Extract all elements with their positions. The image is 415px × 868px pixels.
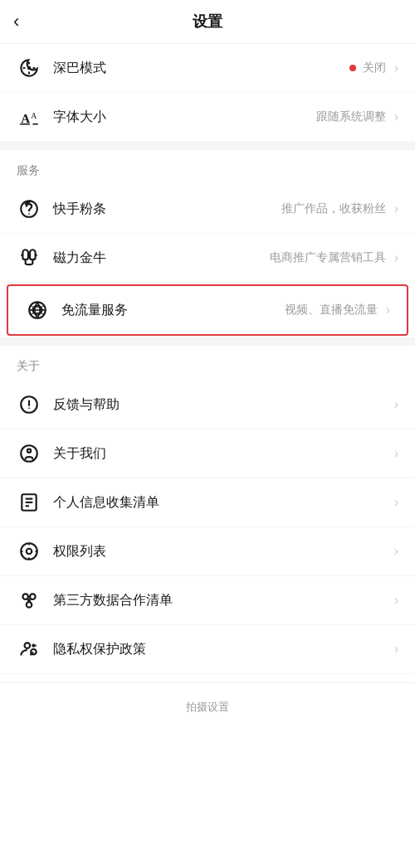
divider-1 [0, 142, 415, 150]
fentiao-icon [17, 196, 42, 221]
permissions-icon [17, 539, 42, 564]
font-size-icon: A A [17, 104, 42, 129]
third-party-item[interactable]: 第三方数据合作清单 › [0, 576, 415, 625]
svg-point-15 [27, 449, 31, 453]
font-size-item[interactable]: A A 字体大小 跟随系统调整 › [0, 93, 415, 142]
chevron-icon: › [394, 544, 398, 559]
svg-point-27 [30, 594, 36, 599]
chevron-icon: › [394, 250, 398, 265]
free-traffic-icon [25, 298, 50, 322]
about-us-value: › [389, 446, 398, 461]
chevron-icon: › [394, 109, 398, 124]
page-title: 设置 [193, 12, 222, 32]
feedback-content: 反馈与帮助 › [53, 396, 398, 414]
privacy-content: 隐私权保护政策 › [53, 641, 398, 658]
dark-mode-value: 关闭 › [349, 61, 398, 75]
section-service-label: 服务 [0, 150, 415, 185]
third-party-content: 第三方数据合作清单 › [53, 592, 398, 609]
fentiao-item[interactable]: 快手粉条 推广作品，收获粉丝 › [0, 185, 415, 234]
chevron-icon: › [394, 642, 398, 657]
privacy-item[interactable]: 隐私权保护政策 › [0, 625, 415, 674]
section-about-label: 关于 [0, 346, 415, 381]
svg-text:A: A [31, 111, 37, 120]
permissions-value: › [389, 544, 398, 559]
svg-point-26 [22, 594, 28, 599]
magnetic-item[interactable]: 磁力金牛 电商推广专属营销工具 › [0, 234, 415, 283]
chevron-icon: › [394, 397, 398, 412]
font-size-value: 跟随系统调整 › [316, 109, 398, 124]
feedback-label: 反馈与帮助 [53, 396, 120, 414]
settings-list: 深巴模式 关闭 › A A 字体大小 跟随系统调整 › 服 [0, 44, 415, 674]
fentiao-value: 推广作品，收获粉丝 › [281, 201, 398, 216]
divider-2 [0, 337, 415, 346]
feedback-value: › [389, 397, 398, 412]
about-us-label: 关于我们 [53, 445, 106, 463]
collection-value: › [389, 495, 398, 510]
dark-mode-icon [17, 56, 42, 80]
fentiao-content: 快手粉条 推广作品，收获粉丝 › [53, 201, 398, 218]
back-button[interactable]: ‹ [13, 12, 19, 31]
chevron-icon: › [386, 303, 390, 318]
dark-mode-dot [349, 65, 356, 71]
bottom-label: 拍摄设置 [186, 701, 229, 713]
chevron-icon: › [394, 446, 398, 461]
dark-mode-content: 深巴模式 关闭 › [53, 60, 398, 77]
third-party-label: 第三方数据合作清单 [53, 592, 173, 609]
feedback-icon [17, 392, 42, 417]
collection-content: 个人信息收集清单 › [53, 494, 398, 512]
third-party-value: › [389, 593, 398, 608]
chevron-icon: › [394, 593, 398, 608]
chevron-icon: › [394, 61, 398, 75]
about-us-item[interactable]: 关于我们 › [0, 429, 415, 478]
chevron-icon: › [394, 495, 398, 510]
dark-mode-item[interactable]: 深巴模式 关闭 › [0, 44, 415, 93]
header: ‹ 设置 [0, 0, 415, 44]
font-size-label: 字体大小 [53, 109, 106, 126]
privacy-value: › [389, 642, 398, 657]
free-traffic-item[interactable]: 免流量服务 视频、直播免流量 › [7, 284, 408, 336]
free-traffic-content: 免流量服务 视频、直播免流量 › [61, 302, 390, 319]
svg-point-32 [25, 643, 30, 648]
svg-point-21 [27, 549, 32, 555]
collection-icon [17, 490, 42, 515]
svg-point-6 [28, 213, 30, 215]
bottom-hint: 拍摄设置 [0, 682, 415, 731]
svg-text:A: A [21, 111, 30, 125]
font-size-content: 字体大小 跟随系统调整 › [53, 109, 398, 126]
magnetic-value: 电商推广专属营销工具 › [270, 250, 398, 265]
svg-point-28 [27, 602, 32, 608]
free-traffic-value: 视频、直播免流量 › [285, 303, 390, 318]
chevron-icon: › [394, 201, 398, 216]
permissions-label: 权限列表 [53, 543, 106, 560]
permissions-content: 权限列表 › [53, 543, 398, 560]
svg-point-20 [21, 543, 37, 560]
third-party-icon [17, 588, 42, 613]
dark-mode-label: 深巴模式 [53, 60, 106, 77]
free-traffic-label: 免流量服务 [61, 302, 128, 319]
collection-item[interactable]: 个人信息收集清单 › [0, 478, 415, 527]
svg-point-0 [27, 66, 31, 70]
magnetic-icon [17, 245, 42, 270]
svg-line-30 [29, 599, 31, 603]
about-icon [17, 441, 42, 466]
magnetic-content: 磁力金牛 电商推广专属营销工具 › [53, 250, 398, 267]
privacy-label: 隐私权保护政策 [53, 641, 146, 658]
fentiao-label: 快手粉条 [53, 201, 106, 218]
magnetic-label: 磁力金牛 [53, 250, 106, 267]
privacy-icon [17, 637, 42, 662]
svg-point-13 [28, 407, 30, 409]
collection-label: 个人信息收集清单 [53, 494, 159, 512]
permissions-item[interactable]: 权限列表 › [0, 527, 415, 576]
about-us-content: 关于我们 › [53, 445, 398, 463]
feedback-item[interactable]: 反馈与帮助 › [0, 381, 415, 429]
